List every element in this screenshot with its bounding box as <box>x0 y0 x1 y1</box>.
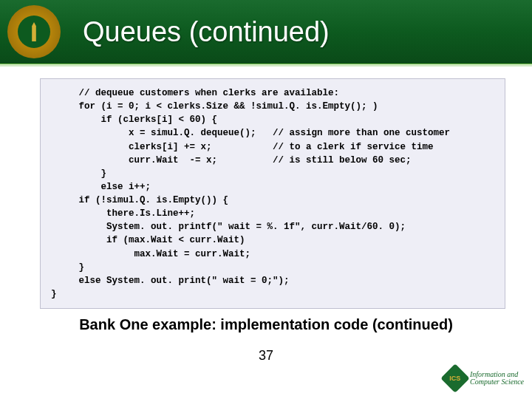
department-logo: ICS Information and Computer Science <box>445 362 526 395</box>
slide-header: Queues (continued) <box>0 0 532 65</box>
department-name: Information and Computer Science <box>470 371 524 386</box>
tower-icon <box>29 22 39 41</box>
code-listing: // dequeue customers when clerks are ava… <box>40 78 505 309</box>
page-number: 37 <box>0 348 532 364</box>
ics-badge-icon: ICS <box>440 364 470 393</box>
slide-caption: Bank One example: implementation code (c… <box>0 316 532 333</box>
slide-title: Queues (continued) <box>83 16 330 48</box>
university-logo <box>7 5 61 58</box>
